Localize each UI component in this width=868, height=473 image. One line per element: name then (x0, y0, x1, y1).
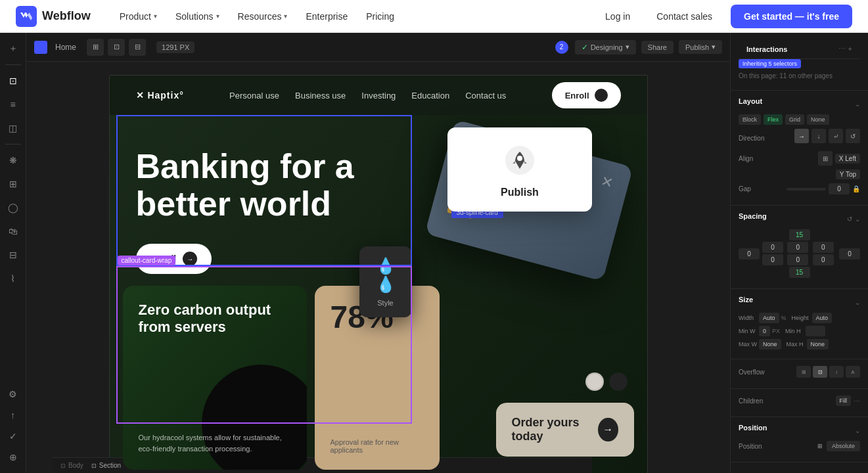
display-none[interactable]: None (807, 114, 829, 125)
publish-button-toolbar[interactable]: Publish ▾ (679, 40, 722, 54)
min-w-value[interactable]: 0 (759, 326, 770, 336)
nav-pricing[interactable]: Pricing (358, 7, 402, 26)
display-block[interactable]: Block (739, 114, 761, 125)
children-more-icon[interactable]: ⋯ (854, 397, 860, 405)
inner-mid-input[interactable] (787, 242, 808, 253)
toolbar-icon-2[interactable]: ⊡ (108, 39, 125, 56)
canvas-home-label[interactable]: Home (55, 43, 76, 52)
sidebar-assets-icon[interactable]: ◫ (3, 118, 24, 139)
dir-wrap-btn[interactable]: ⤶ (829, 129, 843, 143)
nav-logo[interactable]: Webflow (16, 6, 91, 27)
dir-down-btn[interactable]: ↓ (811, 129, 826, 143)
sidebar-user-icon[interactable]: ◯ (3, 197, 24, 218)
children-value[interactable]: Fill (836, 395, 852, 406)
color-dot-dark[interactable] (609, 372, 628, 391)
order-today-text: Order yours today (512, 416, 599, 443)
site-link-education[interactable]: Education (411, 91, 449, 101)
layout-title: Layout (739, 97, 762, 105)
toolbar-right: 2 ✓ Designing ▾ Share Publish ▾ (554, 39, 722, 55)
sidebar-check-icon[interactable]: ✓ (3, 426, 24, 447)
display-flex[interactable]: Flex (764, 114, 783, 125)
gap-input[interactable] (829, 183, 850, 194)
sidebar-settings-icon[interactable]: ⚙ (3, 384, 24, 405)
sidebar-layers-icon[interactable]: ≡ (3, 94, 24, 115)
toolbar-icon-3[interactable]: ⊟ (129, 39, 146, 56)
sidebar-grid-icon[interactable]: ⊟ (3, 244, 24, 265)
inner-right-input[interactable] (813, 242, 834, 253)
order-today-card[interactable]: Order yours today → (496, 403, 634, 457)
nav-enterprise[interactable]: Enterprise (298, 7, 355, 26)
get-started-button[interactable]: Get started — it's free (731, 5, 852, 28)
position-value[interactable]: Absolute (827, 441, 860, 451)
display-grid[interactable]: Grid (785, 114, 804, 125)
align-left-icon[interactable]: ⊞ (818, 151, 833, 166)
site-nav: ✕ Haptix° Personal use Business use Inve… (110, 76, 647, 115)
site-link-personal[interactable]: Personal use (229, 91, 279, 101)
overflow-visible-btn[interactable]: ⊞ (796, 366, 811, 378)
inner-bottom-right-input[interactable] (813, 254, 834, 265)
canvas-content[interactable]: ✕ Haptix° Personal use Business use Inve… (26, 62, 730, 473)
canvas-px-label[interactable]: 1291 PX (156, 41, 194, 53)
site-enroll-button[interactable]: Enroll → (552, 82, 621, 108)
sidebar-search-icon[interactable]: ⊕ (3, 447, 24, 468)
bottom-body-item[interactable]: ⊡ Body (60, 462, 83, 469)
site-link-contact[interactable]: Contact us (465, 91, 506, 101)
max-h-value[interactable]: None (807, 339, 829, 349)
padding-left-input[interactable] (739, 248, 760, 259)
min-h-value[interactable] (806, 326, 825, 336)
size-collapse-icon[interactable]: ⌄ (855, 299, 860, 306)
height-value[interactable]: Auto (812, 313, 833, 323)
align-x-val: X Left (835, 154, 860, 164)
overflow-scroll-btn[interactable]: ↕ (829, 366, 844, 378)
webflow-logo-icon (16, 6, 37, 27)
interactions-add-icon[interactable]: + (848, 45, 852, 53)
width-unit: % (781, 315, 787, 321)
on-page-info: On this page: 11 on other pages (739, 72, 860, 79)
toolbar-icon-1[interactable]: ⊞ (87, 39, 104, 56)
spacing-collapse-icon[interactable]: ⌄ (855, 215, 860, 223)
padding-bottom-input[interactable] (789, 267, 810, 278)
gap-slider[interactable] (787, 188, 826, 191)
sidebar-upgrade-icon[interactable]: ↑ (3, 405, 24, 426)
spacing-reset-icon[interactable]: ↺ (847, 215, 852, 223)
color-dot-light[interactable] (585, 372, 604, 391)
padding-right-input[interactable] (839, 248, 860, 259)
contact-sales-link[interactable]: Contact sales (649, 7, 720, 26)
overflow-hidden-btn[interactable]: ⊡ (813, 366, 827, 378)
nav-product[interactable]: Product ▾ (112, 7, 165, 26)
sidebar-add-icon[interactable]: ＋ (3, 38, 24, 59)
width-value[interactable]: Auto (759, 313, 779, 323)
nav-solutions[interactable]: Solutions ▾ (168, 7, 227, 26)
layout-expand-icon[interactable]: ⌄ (855, 101, 860, 108)
sidebar-cms-icon[interactable]: ⊞ (3, 173, 24, 194)
padding-top-input[interactable] (789, 229, 810, 240)
resources-chevron-icon: ▾ (284, 12, 287, 20)
site-nav-links: Personal use Business use Investing Educ… (205, 91, 531, 101)
rp-size-section: Size ⌄ Width Auto % Height Auto Min W 0 (731, 289, 868, 359)
site-link-investing[interactable]: Investing (361, 91, 396, 101)
interactions-dots-icon[interactable]: ⋯ (838, 45, 846, 53)
inner-center-input[interactable] (787, 254, 808, 265)
share-button[interactable]: Share (641, 41, 674, 54)
display-options-row: Block Flex Grid None (739, 114, 860, 125)
sidebar-components-icon[interactable]: ❋ (3, 150, 24, 171)
sidebar-ecomm-icon[interactable]: 🛍 (3, 221, 24, 242)
order-arrow-button[interactable]: → (598, 418, 618, 441)
dir-right-btn[interactable]: → (794, 129, 809, 143)
sidebar-pages-icon[interactable]: ⊡ (3, 70, 24, 91)
site-link-business[interactable]: Business use (295, 91, 346, 101)
max-w-value[interactable]: None (759, 339, 781, 349)
inner-bottom-left-input[interactable] (762, 254, 783, 265)
dir-col-wrap-btn[interactable]: ↺ (846, 129, 860, 143)
min-w-unit: PX (772, 328, 780, 334)
overflow-auto-btn[interactable]: A (846, 366, 860, 378)
nav-resources[interactable]: Resources ▾ (230, 7, 296, 26)
sidebar-analytics-icon[interactable]: ⌇ (3, 268, 24, 289)
position-collapse-icon[interactable]: ⌄ (855, 427, 860, 434)
check-icon: ✓ (582, 43, 588, 52)
login-link[interactable]: Log in (597, 7, 638, 26)
hero-enroll-button[interactable]: Enroll → (136, 244, 212, 274)
bottom-section-item[interactable]: ⊡ Section (91, 462, 121, 469)
designing-badge[interactable]: ✓ Designing ▾ (575, 40, 636, 55)
inner-top-input[interactable] (762, 242, 783, 253)
